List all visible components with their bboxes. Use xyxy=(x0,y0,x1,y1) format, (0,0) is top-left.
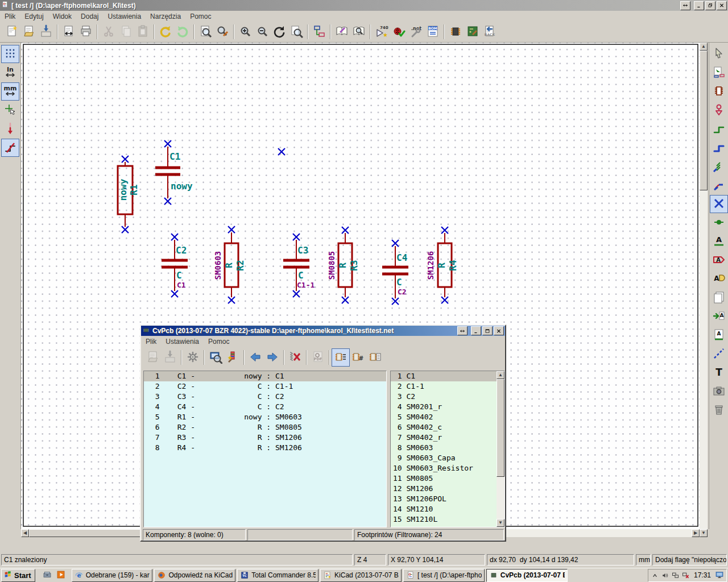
no-connect-flag-mark[interactable] xyxy=(392,298,399,305)
footprint-row-C2[interactable]: 3 C2 xyxy=(391,392,504,402)
scroll-left-button[interactable]: ◀ xyxy=(21,529,29,537)
task-button-internet-explorer[interactable]: eOdebrane (159) - karol.fi... xyxy=(72,569,153,582)
grid-toggle-button[interactable] xyxy=(2,45,19,63)
no-connect-flag-mark[interactable] xyxy=(441,297,448,304)
task-button-cvpcb[interactable]: CvPcb (2013-07-07 B... xyxy=(486,569,568,582)
component-R2[interactable]: SM0603RR2 xyxy=(213,226,246,304)
task-button-total-commander[interactable]: TCTotal Commander 8.51a ... xyxy=(237,569,318,582)
start-button[interactable]: Start xyxy=(1,569,35,582)
vscroll-thumb[interactable] xyxy=(700,51,708,190)
place-wire-button[interactable] xyxy=(710,120,727,138)
no-connect-flag-mark[interactable] xyxy=(122,226,129,233)
zoom-fit-button[interactable] xyxy=(288,23,305,40)
redo-button[interactable] xyxy=(174,23,191,40)
library-editor-button[interactable] xyxy=(333,23,350,40)
hierarchy-navigator-button[interactable] xyxy=(311,23,328,40)
annotate-button[interactable]: 7402★ xyxy=(373,23,390,40)
collapse-chevron-icon[interactable] xyxy=(651,571,659,580)
no-connect-flag-mark[interactable] xyxy=(392,240,399,247)
footprint-row-SM1206[interactable]: 12 SM1206 xyxy=(391,484,504,494)
scroll-right-button[interactable]: ▶ xyxy=(692,529,700,537)
config-gear-button[interactable] xyxy=(184,349,201,366)
undo-button[interactable] xyxy=(157,23,174,40)
component-row-C2[interactable]: 2 C2 - C : C1-1 xyxy=(144,381,386,392)
back-annotate-button[interactable]: BACK xyxy=(481,23,498,40)
hidden-pins-button[interactable] xyxy=(2,120,19,138)
footprint-row-SM1210[interactable]: 14 SM1210 xyxy=(391,504,504,514)
cvpcb-component-list[interactable]: 1 C1 - nowy : C1 2 C2 - C : C1-1 3 C3 - … xyxy=(143,371,387,527)
hierarchy-nav-button[interactable] xyxy=(710,64,727,81)
find-button[interactable] xyxy=(197,23,214,40)
no-connect-flag-mark[interactable] xyxy=(164,198,171,205)
footprint-row-SM0805[interactable]: 11 SM0805 xyxy=(391,473,504,484)
cvpcb-menu-pomoc[interactable]: Pomoc xyxy=(204,336,234,347)
select-tool-button[interactable] xyxy=(710,45,727,63)
cvpcb-menu-plik[interactable]: Plik xyxy=(141,336,161,347)
no-connect-flag-mark[interactable] xyxy=(228,226,235,233)
footprint-row-SM0603[interactable]: 8 SM0603 xyxy=(391,443,504,453)
filter-keyword-button[interactable] xyxy=(332,349,349,366)
fp-scroll-up-button[interactable]: ▲ xyxy=(497,371,504,379)
open-schematic-button[interactable] xyxy=(20,23,38,40)
place-global-label-button[interactable]: A xyxy=(710,252,727,269)
task-button-firefox[interactable]: Odpowiedź na KiCad - w... xyxy=(154,569,235,582)
task-button-kicad[interactable]: ★KiCad (2013-07-07 BZR ... xyxy=(320,569,402,582)
eeschema-menu-ustawienia[interactable]: Ustawienia xyxy=(103,11,146,22)
import-sheet-pin-button[interactable]: A xyxy=(710,308,727,325)
footprint-row-SM0603_Resistor[interactable]: 10 SM0603_Resistor xyxy=(391,463,504,473)
footprint-row-SM0201_r[interactable]: 4 SM0201_r xyxy=(391,402,504,412)
eeschema-titlebar[interactable]: [ test /] (D:\aper-ftphome\karol_KI\test… xyxy=(0,0,728,11)
zoom-in-button[interactable] xyxy=(237,23,254,40)
place-image-button[interactable] xyxy=(710,383,727,400)
cvpcb-close-button[interactable] xyxy=(494,326,504,335)
no-connect-flag-mark[interactable] xyxy=(164,140,171,147)
delete-tool-button[interactable] xyxy=(710,402,727,419)
print-button[interactable] xyxy=(77,23,94,40)
footprint-row-SM0402[interactable]: 5 SM0402 xyxy=(391,412,504,422)
no-connect-flag-mark[interactable] xyxy=(228,297,235,304)
view-footprint-button[interactable] xyxy=(207,349,224,366)
component-R1[interactable]: nowyR1 xyxy=(118,156,139,233)
new-schematic-button[interactable]: ★ xyxy=(3,23,20,40)
cvpcb-resize-toggle-button[interactable] xyxy=(457,326,468,335)
component-C3[interactable]: C3CC1-1 xyxy=(283,234,315,297)
place-graphic-line-button[interactable] xyxy=(710,346,727,363)
no-connect-flag-mark[interactable] xyxy=(293,234,300,240)
scroll-up-button[interactable]: ▲ xyxy=(700,43,708,51)
resize-toggle-button[interactable] xyxy=(680,1,690,10)
filter-library-button[interactable] xyxy=(366,349,383,366)
no-connect-flag-mark[interactable] xyxy=(293,290,300,297)
next-component-button[interactable] xyxy=(264,349,281,366)
footprint-row-C1-1[interactable]: 2 C1-1 xyxy=(391,381,504,392)
cvpcb-menu-ustawienia[interactable]: Ustawienia xyxy=(161,336,204,347)
auto-associate-button[interactable]: ★ xyxy=(224,349,241,366)
minimize-button[interactable] xyxy=(694,1,704,10)
eeschema-menu-pomoc[interactable]: Pomoc xyxy=(185,11,216,22)
previous-component-button[interactable] xyxy=(247,349,264,366)
volume-icon[interactable] xyxy=(661,571,669,580)
units-inch-button[interactable]: In xyxy=(2,64,19,81)
no-connect-flag-mark[interactable] xyxy=(342,227,349,234)
erc-check-button[interactable] xyxy=(390,23,407,40)
library-browser-button[interactable] xyxy=(350,23,367,40)
eeschema-menu-widok[interactable]: Widok xyxy=(48,11,76,22)
component-C2[interactable]: C2CC1 xyxy=(162,234,188,297)
eeschema-menu-edytuj[interactable]: Edytuj xyxy=(20,11,48,22)
place-bus-button[interactable] xyxy=(710,139,727,156)
hv-orientation-button[interactable] xyxy=(2,139,19,156)
place-text-button[interactable]: T xyxy=(710,364,727,381)
component-row-R2[interactable]: 6 R2 - R : SM0805 xyxy=(144,422,386,433)
task-button-eeschema[interactable]: [ test /] (D:\aper-ftphom... xyxy=(403,569,485,582)
no-connect-flag-mark[interactable] xyxy=(441,227,448,234)
cursor-shape-button[interactable] xyxy=(2,102,19,119)
cvpcb-titlebar[interactable]: CvPcb (2013-07-07 BZR 4022)-stable D:\ap… xyxy=(141,326,505,336)
footprint-row-SM0603_Capa[interactable]: 9 SM0603_Capa xyxy=(391,453,504,463)
component-row-C3[interactable]: 3 C3 - C : C2 xyxy=(144,392,386,402)
place-hierarchical-label-button[interactable]: A xyxy=(710,271,727,288)
fp-scroll-down-button[interactable]: ▼ xyxy=(497,519,504,527)
component-row-C1[interactable]: 1 C1 - nowy : C1 xyxy=(144,371,386,381)
footprint-row-C1[interactable]: 1 C1 xyxy=(391,371,504,381)
fp-scroll-thumb[interactable] xyxy=(497,379,504,477)
quick-launch-media-button[interactable] xyxy=(55,569,67,581)
zoom-out-button[interactable] xyxy=(254,23,271,40)
